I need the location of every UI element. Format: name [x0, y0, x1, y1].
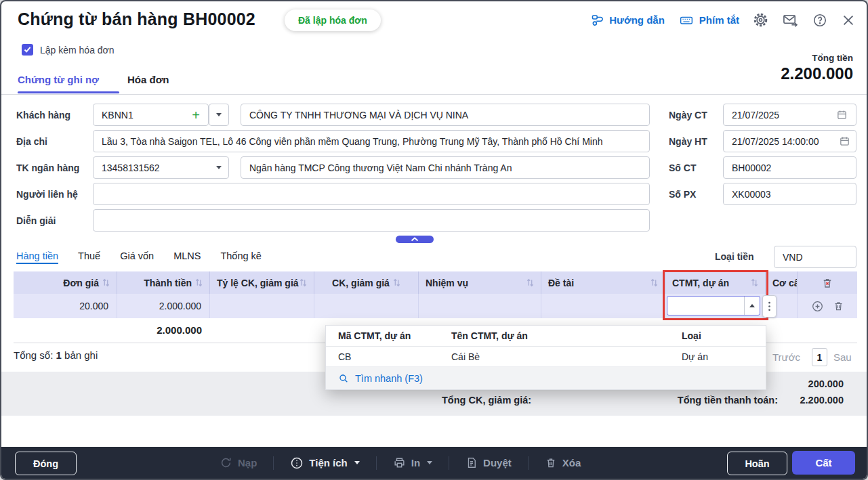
- px-no-input[interactable]: XK00003: [723, 183, 856, 205]
- ctmt-combo-input[interactable]: [667, 296, 760, 315]
- cell-de-tai[interactable]: [541, 294, 665, 318]
- col-header-don-gia[interactable]: Đơn giá: [14, 271, 117, 294]
- footer-bar: Đóng Nạp: [1, 447, 867, 479]
- bank-name-input[interactable]: Ngân hàng TMCP Công thương Việt Nam Chi …: [241, 156, 650, 179]
- sort-icon[interactable]: [299, 278, 307, 287]
- sort-icon[interactable]: [526, 278, 534, 287]
- detail-tab-hang-tien[interactable]: Hàng tiền: [16, 250, 58, 264]
- col-header-ck-giam-gia[interactable]: CK, giảm giá: [314, 271, 419, 294]
- doc-date-label: Ngày CT: [669, 110, 707, 121]
- utilities-button[interactable]: Tiện ích: [290, 456, 359, 470]
- sort-icon[interactable]: [393, 278, 400, 287]
- sort-icon[interactable]: [195, 278, 203, 287]
- settings-icon[interactable]: [753, 12, 768, 28]
- cell-don-gia[interactable]: 20.000: [14, 294, 117, 318]
- bank-dropdown-button[interactable]: [209, 157, 228, 178]
- shortcuts-link[interactable]: Phím tắt: [678, 14, 739, 27]
- dropdown-col-name: Tên CTMT, dự án: [451, 330, 682, 341]
- detail-tab-mlns[interactable]: MLNS: [173, 250, 201, 264]
- cell-ty-le-ck[interactable]: [210, 294, 314, 318]
- footer-separator: [528, 456, 529, 470]
- customer-dropdown-button[interactable]: [209, 104, 229, 126]
- save-button[interactable]: Cất: [792, 451, 855, 475]
- doc-no-input[interactable]: BH00002: [723, 156, 856, 179]
- col-header-ty-le-ck[interactable]: Tỷ lệ CK, giảm giá: [210, 271, 314, 294]
- calendar-icon[interactable]: [839, 135, 850, 147]
- address-input[interactable]: Lầu 3, Tòa nhà Saigon TEL, Lô 46 Công vi…: [93, 130, 650, 152]
- option-type: Dự án: [682, 351, 778, 362]
- bank-account-label: TK ngân hàng: [16, 162, 79, 173]
- tab-invoice[interactable]: Hóa đơn: [127, 74, 169, 85]
- delete-column-icon[interactable]: [821, 277, 833, 289]
- sales-document-dialog: Chứng từ bán hàng BH00002 Đã lập hóa đơn…: [0, 0, 868, 480]
- detail-tab-thong-ke[interactable]: Thống kê: [220, 250, 261, 264]
- total-payment-value: 2.200.000: [800, 395, 844, 406]
- refresh-button[interactable]: Nạp: [220, 456, 257, 469]
- tab-debit-document[interactable]: Chứng từ ghi nợ: [18, 74, 99, 85]
- cell-row-actions: [798, 294, 857, 318]
- delete-row-icon[interactable]: [833, 300, 844, 312]
- dropdown-option-row[interactable]: CB Cái Bè Dự án: [326, 347, 766, 367]
- memo-input[interactable]: [93, 209, 650, 232]
- refresh-icon: [220, 456, 232, 469]
- col-header-co-cau[interactable]: Cơ cấ: [766, 271, 798, 294]
- add-customer-icon[interactable]: +: [192, 108, 200, 122]
- print-icon: [393, 456, 406, 469]
- bank-account-input[interactable]: 13458131562: [93, 156, 229, 179]
- currency-input[interactable]: VND: [774, 246, 856, 268]
- col-header-delete[interactable]: [798, 271, 857, 294]
- send-mail-icon[interactable]: [782, 12, 799, 28]
- collapse-form-button[interactable]: [396, 236, 434, 243]
- row-more-button[interactable]: [762, 295, 777, 318]
- currency-label: Loại tiền: [715, 251, 754, 262]
- cell-thanh-tien[interactable]: 2.000.000: [117, 294, 210, 318]
- total-discount-label: Tổng CK, giảm giá:: [442, 395, 531, 406]
- guide-link[interactable]: Hướng dẫn: [591, 14, 665, 27]
- sort-icon[interactable]: [650, 278, 658, 287]
- doc-date-input[interactable]: 21/07/2025: [723, 104, 856, 126]
- calendar-icon[interactable]: [836, 109, 848, 121]
- close-icon[interactable]: [841, 13, 856, 28]
- col-header-de-tai[interactable]: Đề tài: [541, 271, 665, 294]
- dropdown-caret-icon: [354, 461, 360, 464]
- pagination-next[interactable]: Sau: [833, 351, 852, 363]
- invoice-checkbox[interactable]: [22, 44, 33, 56]
- dropdown-caret-icon: [216, 113, 222, 116]
- collapse-icon: [411, 237, 419, 242]
- dropdown-caret-icon: [216, 166, 222, 169]
- help-icon[interactable]: [812, 13, 827, 28]
- col-header-ctmt-du-an[interactable]: CTMT, dự án: [665, 271, 766, 294]
- delete-button[interactable]: Xóa: [545, 456, 581, 469]
- page-title: Chứng từ bán hàng BH00002: [18, 9, 255, 29]
- search-icon: [338, 373, 349, 384]
- cell-ck-giam-gia[interactable]: [314, 294, 419, 318]
- col-header-nhiem-vu[interactable]: Nhiệm vụ: [419, 271, 541, 294]
- col-header-thanh-tien[interactable]: Thành tiền: [117, 271, 210, 294]
- close-button[interactable]: Đóng: [15, 452, 77, 475]
- customer-code-input[interactable]: KBNN1 +: [93, 104, 209, 126]
- detail-tab-gia-von[interactable]: Giá vốn: [120, 250, 154, 264]
- header-actions: Hướng dẫn Phím tắt: [591, 12, 856, 28]
- cell-nhiem-vu[interactable]: [419, 294, 541, 318]
- dropdown-header-row: Mã CTMT, dự án Tên CTMT, dự án Loại: [326, 326, 766, 347]
- pagination-page[interactable]: 1: [812, 348, 827, 366]
- ctmt-combo-toggle[interactable]: [744, 297, 760, 315]
- post-date-input[interactable]: 21/07/2025 14:00:00: [723, 130, 856, 152]
- sort-icon[interactable]: [102, 278, 110, 287]
- total-amount-value: 2.200.000: [781, 64, 853, 83]
- sort-icon[interactable]: [751, 278, 758, 287]
- dropdown-col-code: Mã CTMT, dự án: [338, 330, 451, 341]
- add-row-icon[interactable]: [811, 300, 824, 313]
- grid-header-row: Đơn giá Thành tiền Tỷ lệ CK, giảm giá CK…: [14, 271, 857, 294]
- postpone-button[interactable]: Hoãn: [727, 452, 787, 475]
- invoice-checkbox-label: Lập kèm hóa đơn: [40, 45, 115, 56]
- quick-search-button[interactable]: Tìm nhanh (F3): [326, 367, 766, 389]
- contact-input[interactable]: [93, 183, 650, 205]
- total-amount-label: Tổng tiền: [781, 53, 853, 63]
- status-badge: Đã lập hóa đơn: [285, 9, 381, 31]
- customer-name-input[interactable]: CÔNG TY TNHH THƯƠNG MẠI VÀ DỊCH VỤ NINA: [241, 104, 650, 126]
- detail-tab-thue[interactable]: Thuế: [78, 250, 100, 264]
- approve-button[interactable]: Duyệt: [466, 456, 512, 469]
- print-button[interactable]: In: [393, 456, 432, 469]
- combo-open-caret-icon: [749, 304, 755, 307]
